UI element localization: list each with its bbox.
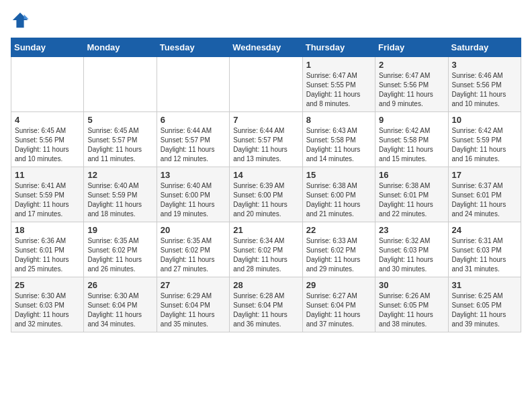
day-number: 7 <box>233 115 298 125</box>
calendar-cell: 3Sunrise: 6:46 AM Sunset: 5:56 PM Daylig… <box>448 57 521 112</box>
day-info: Sunrise: 6:32 AM Sunset: 6:03 PM Dayligh… <box>379 236 444 274</box>
calendar-cell: 25Sunrise: 6:30 AM Sunset: 6:03 PM Dayli… <box>11 277 84 332</box>
day-info: Sunrise: 6:35 AM Sunset: 6:02 PM Dayligh… <box>161 236 226 274</box>
calendar-cell: 29Sunrise: 6:27 AM Sunset: 6:04 PM Dayli… <box>302 277 375 332</box>
day-number: 23 <box>379 225 444 235</box>
calendar-cell: 19Sunrise: 6:35 AM Sunset: 6:02 PM Dayli… <box>84 222 157 277</box>
calendar-cell <box>157 57 229 112</box>
calendar-table: SundayMondayTuesdayWednesdayThursdayFrid… <box>11 38 521 332</box>
day-info: Sunrise: 6:43 AM Sunset: 5:58 PM Dayligh… <box>306 126 371 164</box>
header-tuesday: Tuesday <box>157 38 229 57</box>
day-info: Sunrise: 6:30 AM Sunset: 6:03 PM Dayligh… <box>15 291 80 329</box>
day-info: Sunrise: 6:47 AM Sunset: 5:55 PM Dayligh… <box>306 71 371 109</box>
calendar-cell: 14Sunrise: 6:39 AM Sunset: 6:00 PM Dayli… <box>230 167 302 222</box>
calendar-cell: 13Sunrise: 6:40 AM Sunset: 6:00 PM Dayli… <box>157 167 229 222</box>
calendar-cell: 24Sunrise: 6:31 AM Sunset: 6:03 PM Dayli… <box>448 222 521 277</box>
day-number: 19 <box>87 225 152 235</box>
header-sunday: Sunday <box>11 38 84 57</box>
page-header <box>11 11 521 30</box>
day-info: Sunrise: 6:27 AM Sunset: 6:04 PM Dayligh… <box>306 291 371 329</box>
day-number: 3 <box>452 60 517 70</box>
header-saturday: Saturday <box>448 38 521 57</box>
day-number: 15 <box>306 170 371 180</box>
day-number: 18 <box>15 225 80 235</box>
svg-marker-0 <box>13 13 28 28</box>
calendar-cell: 1Sunrise: 6:47 AM Sunset: 5:55 PM Daylig… <box>302 57 375 112</box>
calendar-week-3: 11Sunrise: 6:41 AM Sunset: 5:59 PM Dayli… <box>11 167 521 222</box>
calendar-cell: 10Sunrise: 6:42 AM Sunset: 5:59 PM Dayli… <box>448 112 521 167</box>
calendar-cell: 15Sunrise: 6:38 AM Sunset: 6:00 PM Dayli… <box>302 167 375 222</box>
day-info: Sunrise: 6:44 AM Sunset: 5:57 PM Dayligh… <box>233 126 298 164</box>
calendar-cell: 27Sunrise: 6:29 AM Sunset: 6:04 PM Dayli… <box>157 277 229 332</box>
day-number: 30 <box>379 280 444 290</box>
calendar-cell: 2Sunrise: 6:47 AM Sunset: 5:56 PM Daylig… <box>375 57 448 112</box>
day-number: 29 <box>306 280 371 290</box>
day-number: 21 <box>233 225 298 235</box>
day-info: Sunrise: 6:37 AM Sunset: 6:01 PM Dayligh… <box>452 181 517 219</box>
day-info: Sunrise: 6:33 AM Sunset: 6:02 PM Dayligh… <box>306 236 371 274</box>
svg-marker-1 <box>24 15 29 19</box>
day-number: 12 <box>87 170 152 180</box>
logo-icon <box>11 11 30 30</box>
calendar-cell <box>11 57 84 112</box>
day-number: 26 <box>87 280 152 290</box>
calendar-cell: 18Sunrise: 6:36 AM Sunset: 6:01 PM Dayli… <box>11 222 84 277</box>
calendar-cell: 6Sunrise: 6:44 AM Sunset: 5:57 PM Daylig… <box>157 112 229 167</box>
calendar-week-4: 18Sunrise: 6:36 AM Sunset: 6:01 PM Dayli… <box>11 222 521 277</box>
day-number: 13 <box>161 170 226 180</box>
day-info: Sunrise: 6:30 AM Sunset: 6:04 PM Dayligh… <box>87 291 152 329</box>
header-thursday: Thursday <box>302 38 375 57</box>
day-info: Sunrise: 6:34 AM Sunset: 6:02 PM Dayligh… <box>233 236 298 274</box>
day-info: Sunrise: 6:31 AM Sunset: 6:03 PM Dayligh… <box>452 236 517 274</box>
calendar-cell: 16Sunrise: 6:38 AM Sunset: 6:01 PM Dayli… <box>375 167 448 222</box>
day-number: 8 <box>306 115 371 125</box>
calendar-cell: 28Sunrise: 6:28 AM Sunset: 6:04 PM Dayli… <box>230 277 302 332</box>
day-number: 17 <box>452 170 517 180</box>
calendar-cell: 22Sunrise: 6:33 AM Sunset: 6:02 PM Dayli… <box>302 222 375 277</box>
day-number: 27 <box>161 280 226 290</box>
calendar-cell: 9Sunrise: 6:42 AM Sunset: 5:58 PM Daylig… <box>375 112 448 167</box>
day-info: Sunrise: 6:36 AM Sunset: 6:01 PM Dayligh… <box>15 236 80 274</box>
calendar-cell: 31Sunrise: 6:25 AM Sunset: 6:05 PM Dayli… <box>448 277 521 332</box>
day-number: 5 <box>87 115 152 125</box>
day-info: Sunrise: 6:42 AM Sunset: 5:59 PM Dayligh… <box>452 126 517 164</box>
day-info: Sunrise: 6:45 AM Sunset: 5:56 PM Dayligh… <box>15 126 80 164</box>
day-number: 11 <box>15 170 80 180</box>
calendar-cell: 30Sunrise: 6:26 AM Sunset: 6:05 PM Dayli… <box>375 277 448 332</box>
calendar-cell <box>230 57 302 112</box>
header-monday: Monday <box>84 38 157 57</box>
day-info: Sunrise: 6:45 AM Sunset: 5:57 PM Dayligh… <box>87 126 152 164</box>
day-info: Sunrise: 6:42 AM Sunset: 5:58 PM Dayligh… <box>379 126 444 164</box>
day-info: Sunrise: 6:35 AM Sunset: 6:02 PM Dayligh… <box>87 236 152 274</box>
day-info: Sunrise: 6:29 AM Sunset: 6:04 PM Dayligh… <box>161 291 226 329</box>
day-info: Sunrise: 6:47 AM Sunset: 5:56 PM Dayligh… <box>379 71 444 109</box>
day-info: Sunrise: 6:41 AM Sunset: 5:59 PM Dayligh… <box>15 181 80 219</box>
day-number: 16 <box>379 170 444 180</box>
day-number: 24 <box>452 225 517 235</box>
calendar-cell: 21Sunrise: 6:34 AM Sunset: 6:02 PM Dayli… <box>230 222 302 277</box>
calendar-cell: 23Sunrise: 6:32 AM Sunset: 6:03 PM Dayli… <box>375 222 448 277</box>
day-number: 2 <box>379 60 444 70</box>
calendar-cell: 11Sunrise: 6:41 AM Sunset: 5:59 PM Dayli… <box>11 167 84 222</box>
day-info: Sunrise: 6:44 AM Sunset: 5:57 PM Dayligh… <box>161 126 226 164</box>
calendar-header-row: SundayMondayTuesdayWednesdayThursdayFrid… <box>11 38 521 57</box>
day-info: Sunrise: 6:39 AM Sunset: 6:00 PM Dayligh… <box>233 181 298 219</box>
calendar-cell: 12Sunrise: 6:40 AM Sunset: 5:59 PM Dayli… <box>84 167 157 222</box>
calendar-cell: 5Sunrise: 6:45 AM Sunset: 5:57 PM Daylig… <box>84 112 157 167</box>
day-info: Sunrise: 6:25 AM Sunset: 6:05 PM Dayligh… <box>452 291 517 329</box>
logo <box>11 11 32 30</box>
day-info: Sunrise: 6:28 AM Sunset: 6:04 PM Dayligh… <box>233 291 298 329</box>
calendar-cell: 8Sunrise: 6:43 AM Sunset: 5:58 PM Daylig… <box>302 112 375 167</box>
calendar-cell: 4Sunrise: 6:45 AM Sunset: 5:56 PM Daylig… <box>11 112 84 167</box>
day-info: Sunrise: 6:26 AM Sunset: 6:05 PM Dayligh… <box>379 291 444 329</box>
day-number: 9 <box>379 115 444 125</box>
day-number: 28 <box>233 280 298 290</box>
day-number: 10 <box>452 115 517 125</box>
calendar-cell: 7Sunrise: 6:44 AM Sunset: 5:57 PM Daylig… <box>230 112 302 167</box>
calendar-week-2: 4Sunrise: 6:45 AM Sunset: 5:56 PM Daylig… <box>11 112 521 167</box>
day-number: 14 <box>233 170 298 180</box>
day-info: Sunrise: 6:40 AM Sunset: 6:00 PM Dayligh… <box>161 181 226 219</box>
calendar-cell: 17Sunrise: 6:37 AM Sunset: 6:01 PM Dayli… <box>448 167 521 222</box>
calendar-cell: 26Sunrise: 6:30 AM Sunset: 6:04 PM Dayli… <box>84 277 157 332</box>
day-number: 31 <box>452 280 517 290</box>
